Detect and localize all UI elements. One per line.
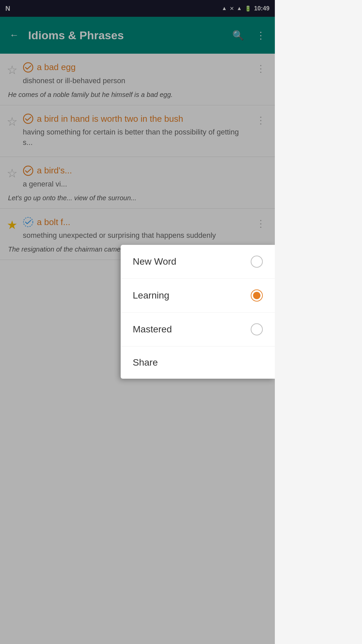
- popup-label-mastered: Mastered: [133, 324, 172, 335]
- radio-inner-learning: [253, 292, 260, 299]
- popup-label-share: Share: [133, 357, 158, 368]
- popup-item-mastered[interactable]: Mastered: [121, 313, 275, 346]
- radio-mastered[interactable]: [251, 323, 263, 335]
- radio-new-word[interactable]: [251, 256, 263, 268]
- popup-item-new-word[interactable]: New Word: [121, 245, 275, 279]
- popup-item-share[interactable]: Share: [121, 346, 275, 379]
- popup-menu: New Word Learning Mastered Share: [121, 245, 275, 379]
- popup-label-new-word: New Word: [133, 256, 176, 267]
- popup-item-learning[interactable]: Learning: [121, 279, 275, 313]
- popup-label-learning: Learning: [133, 290, 169, 301]
- radio-learning[interactable]: [251, 289, 263, 302]
